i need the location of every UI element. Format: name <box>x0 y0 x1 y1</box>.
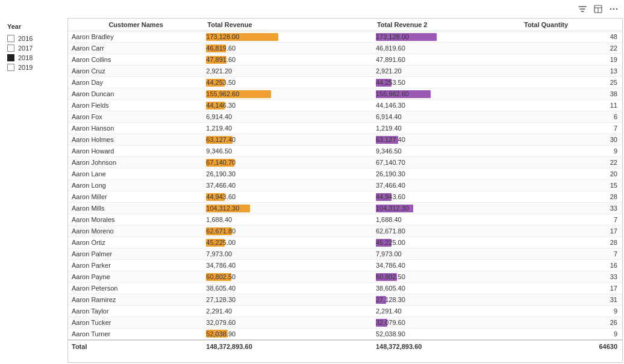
sidebar-label-2016: 2016 <box>18 35 33 42</box>
sidebar: Year 2016 2017 2018 2019 <box>0 18 66 364</box>
cell-rev: 37,466.40 <box>204 180 373 191</box>
cell-name: Aaron Lane <box>68 168 204 180</box>
cell-name: Aaron Day <box>68 77 204 88</box>
checkbox-2019[interactable] <box>7 64 14 71</box>
cell-name: Aaron Moreno <box>68 226 204 237</box>
cell-qty: 9 <box>520 329 622 340</box>
table-row: Aaron Ramirez 27,128.30 27,128.30 31 <box>68 294 622 306</box>
cell-rev: 45,225.00 <box>204 237 373 248</box>
cell-rev2: 44,146.30 <box>373 100 520 111</box>
cell-rev: 60,802.50 <box>204 271 373 283</box>
cell-rev2: 52,038.90 <box>373 329 520 340</box>
table-row: Aaron Lane 26,190.30 26,190.30 20 <box>68 168 622 180</box>
table-row: Aaron Morales 1,688.40 1,688.40 7 <box>68 214 622 226</box>
col-header-names: Customer Names <box>68 19 204 31</box>
cell-rev2: 155,962.60 <box>373 88 520 100</box>
cell-qty: 20 <box>520 168 622 180</box>
cell-rev2: 7,973.00 <box>373 248 520 260</box>
table-header-row: Customer Names Total Revenue Total Reven… <box>68 19 622 31</box>
main-container: Year 2016 2017 2018 2019 Customer Names <box>0 0 624 364</box>
cell-name: Aaron Duncan <box>68 88 204 100</box>
cell-name: Aaron Carr <box>68 43 204 54</box>
table-body: Aaron Bradley 173,128.00 173,128.00 48 A… <box>68 31 622 340</box>
table-row: Aaron Fields 44,146.30 44,146.30 11 <box>68 100 622 111</box>
cell-rev: 46,819.60 <box>204 43 373 54</box>
cell-rev: 27,128.30 <box>204 294 373 306</box>
cell-rev2: 44,253.50 <box>373 77 520 88</box>
sidebar-item-2018[interactable]: 2018 <box>7 53 59 63</box>
cell-qty: 26 <box>520 317 622 329</box>
layout-icon[interactable] <box>593 4 604 14</box>
table-scroll[interactable]: Customer Names Total Revenue Total Reven… <box>68 19 622 362</box>
data-table: Customer Names Total Revenue Total Reven… <box>68 19 622 353</box>
cell-name: Aaron Payne <box>68 271 204 283</box>
filter-icon[interactable] <box>577 4 588 14</box>
col-header-rev: Total Revenue <box>204 19 373 31</box>
cell-rev: 67,140.70 <box>204 157 373 168</box>
cell-rev: 38,605.40 <box>204 283 373 294</box>
cell-name: Aaron Holmes <box>68 134 204 146</box>
cell-rev2: 47,891.60 <box>373 54 520 66</box>
cell-rev: 44,146.30 <box>204 100 373 111</box>
cell-rev: 104,312.30 <box>204 203 373 214</box>
cell-qty: 38 <box>520 88 622 100</box>
cell-qty: 6 <box>520 111 622 123</box>
cell-rev: 63,127.40 <box>204 134 373 146</box>
sidebar-label-2019: 2019 <box>18 64 33 71</box>
cell-qty: 17 <box>520 226 622 237</box>
cell-name: Aaron Parker <box>68 260 204 271</box>
cell-qty: 9 <box>520 306 622 317</box>
cell-rev2: 104,312.30 <box>373 203 520 214</box>
sidebar-item-2017[interactable]: 2017 <box>7 43 59 53</box>
cell-qty: 9 <box>520 146 622 157</box>
table-row: Aaron Miller 44,943.60 44,943.60 28 <box>68 191 622 203</box>
more-icon[interactable] <box>608 4 619 14</box>
table-row: Aaron Carr 46,819.60 46,819.60 22 <box>68 43 622 54</box>
table-row: Aaron Mills 104,312.30 104,312.30 33 <box>68 203 622 214</box>
table-row: Aaron Payne 60,802.50 60,802.50 33 <box>68 271 622 283</box>
cell-rev2: 45,225.00 <box>373 237 520 248</box>
table-row: Aaron Parker 34,786.40 34,786.40 16 <box>68 260 622 271</box>
cell-rev2: 44,943.60 <box>373 191 520 203</box>
cell-rev: 155,962.60 <box>204 88 373 100</box>
cell-rev2: 2,291.40 <box>373 306 520 317</box>
sidebar-label-2017: 2017 <box>18 45 33 52</box>
cell-rev: 173,128.00 <box>204 31 373 43</box>
table-wrapper: Customer Names Total Revenue Total Reven… <box>67 18 623 363</box>
cell-rev2: 6,914.40 <box>373 111 520 123</box>
cell-rev2: 34,786.40 <box>373 260 520 271</box>
cell-name: Aaron Palmer <box>68 248 204 260</box>
cell-rev: 34,786.40 <box>204 260 373 271</box>
table-row: Aaron Cruz 2,921.20 2,921.20 13 <box>68 66 622 77</box>
cell-qty: 48 <box>520 31 622 43</box>
cell-name: Aaron Long <box>68 180 204 191</box>
sidebar-item-2016[interactable]: 2016 <box>7 34 59 43</box>
table-row: Aaron Long 37,466.40 37,466.40 15 <box>68 180 622 191</box>
cell-qty: 22 <box>520 43 622 54</box>
cell-rev2: 63,127.40 <box>373 134 520 146</box>
sidebar-item-2019[interactable]: 2019 <box>7 63 59 72</box>
cell-rev2: 173,128.00 <box>373 31 520 43</box>
cell-rev2: 62,671.80 <box>373 226 520 237</box>
checkbox-2016[interactable] <box>7 35 14 42</box>
cell-qty: 11 <box>520 100 622 111</box>
cell-rev: 6,914.40 <box>204 111 373 123</box>
table-row: Aaron Hanson 1,219.40 1,219.40 7 <box>68 123 622 134</box>
cell-qty: 30 <box>520 134 622 146</box>
cell-name: Aaron Collins <box>68 54 204 66</box>
cell-rev2: 26,190.30 <box>373 168 520 180</box>
cell-name: Aaron Turner <box>68 329 204 340</box>
cell-rev2: 38,605.40 <box>373 283 520 294</box>
table-row: Aaron Day 44,253.50 44,253.50 25 <box>68 77 622 88</box>
cell-rev: 9,346.50 <box>204 146 373 157</box>
cell-qty: 25 <box>520 77 622 88</box>
cell-rev2: 2,921.20 <box>373 66 520 77</box>
table-row: Aaron Ortiz 45,225.00 45,225.00 28 <box>68 237 622 248</box>
checkbox-2018[interactable] <box>7 54 14 61</box>
table-row: Aaron Turner 52,038.90 52,038.90 9 <box>68 329 622 340</box>
cell-qty: 16 <box>520 260 622 271</box>
checkbox-2017[interactable] <box>7 45 14 52</box>
sidebar-title: Year <box>7 23 59 30</box>
cell-qty: 7 <box>520 214 622 226</box>
cell-rev: 26,190.30 <box>204 168 373 180</box>
